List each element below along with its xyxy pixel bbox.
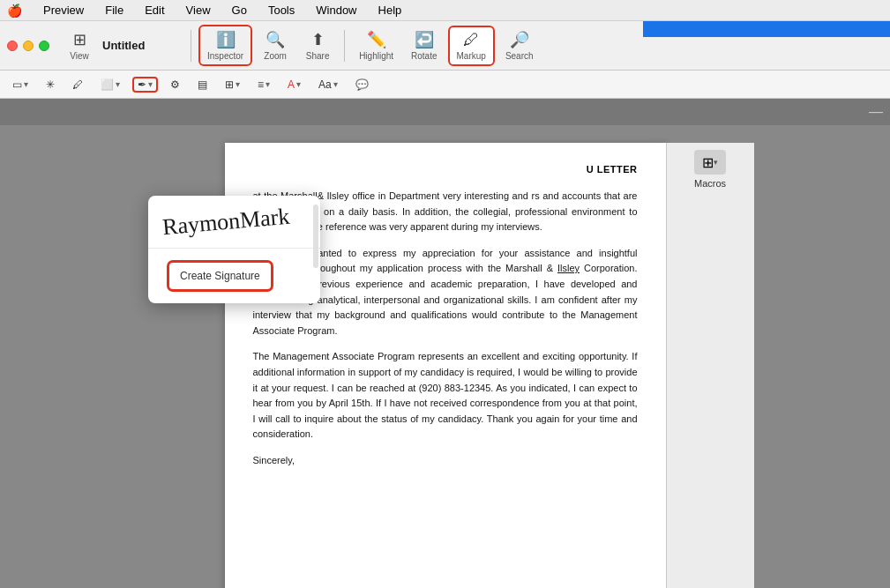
shapes-chevron: ▾ — [116, 79, 120, 89]
markup-icon: 🖊 — [463, 31, 479, 49]
create-signature-container: Create Signature — [148, 249, 320, 303]
document-title: Untitled — [102, 39, 173, 52]
search-button[interactable]: 🔎 Search — [498, 26, 541, 64]
align-chevron: ▾ — [266, 79, 270, 89]
view-button[interactable]: ⊞ View — [60, 26, 99, 64]
pen-icon: 🖊 — [72, 78, 83, 91]
blue-accent-bar — [643, 21, 890, 37]
inspector-icon: ℹ️ — [216, 30, 236, 49]
signature-tool[interactable]: ✒ ▾ — [132, 77, 158, 93]
adjust-tool[interactable]: ⚙ — [165, 77, 185, 93]
macros-button[interactable]: ⊞ ▾ Macros — [694, 150, 726, 189]
selection-chevron: ▾ — [24, 79, 28, 89]
maximize-button[interactable] — [39, 41, 49, 51]
share-button[interactable]: ⬆ Share — [298, 26, 337, 64]
toolbar-divider-1 — [191, 30, 191, 62]
view-icon: ⊞ — [73, 30, 86, 49]
menu-window[interactable]: Window — [312, 2, 360, 19]
lasso-tool[interactable]: ✳ — [41, 77, 60, 93]
highlight-icon: ✏️ — [367, 30, 386, 49]
signature-item[interactable]: RaymonMark — [148, 196, 320, 249]
selection-tool[interactable]: ▭ ▾ — [7, 77, 34, 93]
apple-logo-icon[interactable]: 🍎 — [7, 4, 22, 18]
shapes-icon: ⬜ — [101, 78, 114, 91]
page-layout-tool[interactable]: ▤ — [192, 77, 213, 93]
menu-file[interactable]: File — [101, 2, 127, 19]
color-tool[interactable]: A ▾ — [282, 77, 306, 93]
toolbar-divider-2 — [344, 30, 345, 62]
pen-tool[interactable]: 🖊 — [67, 77, 88, 93]
color-chevron: ▾ — [296, 79, 301, 89]
font-icon: Aa — [318, 78, 332, 91]
menu-view[interactable]: View — [183, 2, 214, 19]
rotate-icon: ↩️ — [415, 30, 434, 49]
color-icon: A — [288, 78, 295, 91]
menu-app-name[interactable]: Preview — [40, 2, 87, 19]
grid-tool[interactable]: ⊞ ▾ — [220, 77, 245, 93]
inspector-button[interactable]: ℹ️ Inspector — [198, 25, 252, 66]
annotation-icon: 💬 — [355, 78, 369, 91]
document-area[interactable]: — ⊞ ▾ Macros U LETTER at the Marshall& I… — [0, 99, 890, 588]
zoom-button[interactable]: 🔍 Zoom — [256, 26, 295, 64]
share-icon: ⬆ — [311, 30, 325, 49]
main-area: RaymonMark Create Signature — ⊞ ▾ Macros — [0, 99, 890, 588]
signature-chevron: ▾ — [148, 79, 153, 89]
rotate-button[interactable]: ↩️ Rotate — [404, 26, 444, 64]
markup-toolbar: ▭ ▾ ✳ 🖊 ⬜ ▾ ✒ ▾ ⚙ ▤ ⊞ ▾ ≡ ▾ A ▾ Aa ▾ 💬 — [0, 71, 890, 99]
menu-help[interactable]: Help — [375, 2, 406, 19]
macros-dropdown-icon: ▾ — [714, 158, 718, 167]
main-toolbar: ⊞ View Untitled ℹ️ Inspector 🔍 Zoom ⬆ Sh… — [0, 21, 890, 71]
signature-dropdown: RaymonMark Create Signature — [148, 196, 320, 303]
doc-closing: Sincerely, — [253, 453, 638, 469]
adjust-icon: ⚙ — [170, 78, 180, 91]
close-button[interactable] — [7, 41, 18, 51]
font-tool[interactable]: Aa ▾ — [313, 77, 343, 93]
menu-go[interactable]: Go — [228, 2, 251, 19]
annotation-tool[interactable]: 💬 — [350, 77, 374, 93]
minimize-button[interactable] — [23, 41, 34, 51]
shapes-tool[interactable]: ⬜ ▾ — [95, 77, 125, 93]
selection-icon: ▭ — [12, 78, 22, 91]
menu-tools[interactable]: Tools — [265, 2, 298, 19]
page-layout-icon: ▤ — [198, 78, 207, 91]
menu-bar: 🍎 Preview File Edit View Go Tools Window… — [0, 0, 890, 21]
markup-button[interactable]: 🖊 Markup — [448, 26, 495, 66]
popup-scrollbar[interactable] — [313, 205, 318, 268]
document-title-text: U LETTER — [253, 164, 638, 175]
grid-chevron: ▾ — [236, 79, 240, 89]
font-chevron: ▾ — [333, 79, 338, 89]
create-signature-button[interactable]: Create Signature — [168, 261, 273, 291]
align-icon: ≡ — [258, 78, 264, 91]
highlight-button[interactable]: ✏️ Highlight — [352, 26, 400, 64]
align-tool[interactable]: ≡ ▾ — [252, 77, 275, 93]
signature-icon: ✒ — [138, 78, 146, 91]
search-icon: 🔎 — [510, 30, 529, 49]
signature-preview: RaymonMark — [161, 203, 290, 240]
page-header-icon: — — [869, 104, 883, 120]
macros-grid-icon: ⊞ — [702, 154, 714, 171]
page-header: — — [0, 99, 890, 125]
macros-icon: ⊞ ▾ — [694, 150, 726, 175]
lasso-icon: ✳ — [46, 78, 55, 91]
window-controls — [7, 41, 49, 51]
grid-icon: ⊞ — [225, 78, 234, 91]
zoom-icon: 🔍 — [266, 30, 285, 49]
doc-paragraph-3: The Management Associate Program represe… — [253, 349, 638, 443]
menu-edit[interactable]: Edit — [141, 2, 168, 19]
